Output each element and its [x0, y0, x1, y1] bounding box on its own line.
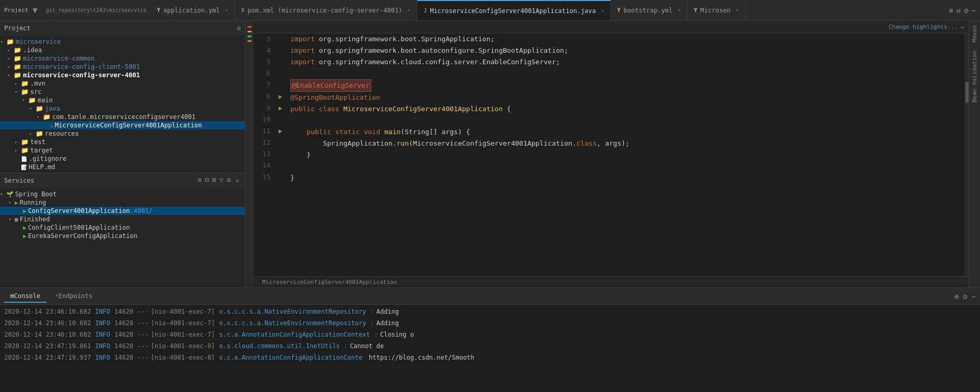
code-line-10[interactable]	[290, 115, 964, 126]
tab-label-bootstrap-yml: bootstrap.yml	[623, 7, 672, 14]
project-label[interactable]: Project	[4, 7, 28, 14]
service-item-config-server-4001[interactable]: ▶ConfigServer4001Application:4001/	[0, 207, 245, 215]
log-class-0[interactable]: o.s.c.c.s.a.NativeEnvironmentRepository	[219, 306, 367, 317]
run-gutter-icon-11[interactable]: ▶	[278, 125, 282, 137]
sidebar-item-gitignore[interactable]: 📄.gitignore	[0, 155, 245, 163]
log-level-1: INFO	[95, 318, 110, 328]
sidebar-item-microservice-config-server-4001[interactable]: ▾📁microservice-config-server-4001	[0, 71, 245, 79]
service-item-config-client-5001[interactable]: ▶ConfigClient5001Application	[0, 223, 245, 232]
sidebar-item-MainClass[interactable]: ☕MicroserviceConfigServer4001Application	[0, 121, 245, 129]
change-highlights-link[interactable]: Change highlights...	[889, 23, 958, 30]
gutter-8[interactable]: ▶	[275, 91, 286, 102]
services-settings-icon[interactable]: ⚙	[227, 176, 231, 185]
sidebar-item-idea[interactable]: ▸📁.idea	[0, 46, 245, 54]
arrow-com-tanle: ▾	[37, 114, 43, 120]
console-globe-icon[interactable]: ⊕	[954, 292, 959, 301]
log-pid-4: 14628	[114, 352, 133, 363]
sidebar-item-src[interactable]: ▾📁src	[0, 88, 245, 96]
sidebar-item-test[interactable]: ▸📁test	[0, 138, 245, 146]
token-kw: void	[364, 126, 384, 138]
sidebar-item-com-tanle[interactable]: ▾📁com.tanle.microserviceconfigserver4001	[0, 113, 245, 121]
gutter-9[interactable]: ▶	[275, 102, 286, 114]
code-line-8[interactable]: @SpringBootApplication	[290, 92, 964, 103]
globe-icon[interactable]: ⊕	[949, 6, 953, 15]
code-line-3[interactable]: import org.springframework.boot.SpringAp…	[290, 33, 964, 45]
sidebar-item-microservice-config-client-5001[interactable]: ▸📁microservice-config-client-5001	[0, 63, 245, 71]
label-MainClass: MicroserviceConfigServer4001Application	[55, 122, 202, 129]
log-class-3[interactable]: o.s.cloud.commons.util.InetUtils	[219, 341, 340, 351]
code-line-11[interactable]: public static void main(String[] args) {	[290, 126, 964, 138]
editor-content[interactable]: 3456789101112131415 ▶▶▶ import org.sprin…	[254, 33, 969, 276]
folder-icon-src: 📁	[21, 88, 29, 96]
console-tab-console[interactable]: ▤ Console	[4, 290, 46, 303]
folder-icon-java: 📁	[36, 105, 43, 112]
settings-icon[interactable]: ⚙	[964, 6, 968, 15]
sidebar-item-main[interactable]: ▾📁main	[0, 96, 245, 104]
tab-close-main-java[interactable]: ×	[601, 8, 604, 14]
sidebar-settings-icon[interactable]: ⚙	[237, 25, 241, 32]
folder-icon-com-tanle: 📁	[43, 113, 51, 121]
code-line-9[interactable]: public class MicroserviceConfigServer400…	[290, 103, 964, 115]
project-dropdown[interactable]: ▼	[32, 5, 38, 15]
gutter-11[interactable]: ▶	[275, 125, 286, 137]
scroll-indicator[interactable]	[964, 33, 969, 276]
sidebar-item-java[interactable]: ▾📁java	[0, 104, 245, 113]
sidebar-item-HELP[interactable]: 📝HELP.md	[0, 163, 245, 171]
service-item-spring-boot[interactable]: ▾🌱Spring Boot	[0, 190, 245, 198]
code-line-5[interactable]: import org.springframework.cloud.config.…	[290, 56, 964, 68]
run-gutter-icon-9[interactable]: ▶	[278, 102, 282, 114]
log-class-1[interactable]: o.s.c.c.s.a.NativeEnvironmentRepository	[219, 318, 367, 328]
log-class-4[interactable]: s.c.a.AnnotationConfigApplicationConte	[219, 352, 363, 363]
console-tab-endpoints[interactable]: ⚡ Endpoints	[49, 290, 99, 303]
scroll-thumb[interactable]	[965, 82, 969, 103]
filter-icon[interactable]: ▽	[219, 176, 223, 185]
service-item-finished[interactable]: ▾■Finished	[0, 215, 245, 223]
dot-green	[247, 35, 252, 37]
tab-close-pom-xml[interactable]: ×	[407, 7, 410, 13]
sidebar-item-mvn[interactable]: ▸📁.mvn	[0, 79, 245, 88]
bean-validation-icon[interactable]: Bean Validation	[970, 49, 979, 104]
tab-bootstrap-yml[interactable]: Ybootstrap.yml×	[611, 0, 688, 20]
change-highlights-icon[interactable]: ✏	[961, 23, 964, 30]
port-link-config-server-4001[interactable]: :4001/	[130, 207, 152, 215]
code-line-13[interactable]: }	[290, 149, 964, 161]
tab-close-application-yml[interactable]: ×	[225, 7, 228, 13]
list-icon[interactable]: ≡	[198, 176, 202, 185]
code-line-4[interactable]: import org.springframework.boot.autoconf…	[290, 45, 964, 56]
tab-microsen[interactable]: YMicrosen×	[688, 0, 746, 20]
run-gutter-icon-8[interactable]: ▶	[278, 91, 282, 102]
tab-main-java[interactable]: JMicroserviceConfigServer4001Application…	[417, 0, 611, 20]
editor-bottom-label: MicroserviceConfigServer4001Application	[254, 276, 969, 288]
finished-icon: ■	[15, 216, 18, 223]
tab-label-pom-xml: pom.xml (microservice-config-server-4001…	[247, 7, 402, 14]
tab-application-yml[interactable]: Yapplication.yml×	[151, 0, 235, 20]
group-icon[interactable]: ⊞	[212, 176, 217, 185]
code-line-6[interactable]	[290, 68, 964, 79]
add-icon[interactable]: ＋	[234, 176, 241, 185]
code-line-15[interactable]: }	[290, 172, 964, 184]
code-line-7[interactable]: @EnableConfigServer	[290, 79, 964, 92]
split-icon[interactable]: ⇄	[957, 6, 961, 15]
console-minimize-icon[interactable]: −	[972, 292, 976, 301]
sidebar-item-target[interactable]: ▸📁target	[0, 146, 245, 155]
code-lines[interactable]: import org.springframework.boot.SpringAp…	[286, 33, 969, 276]
log-class-2[interactable]: s.c.a.AnnotationConfigApplicationContext	[219, 329, 370, 340]
code-line-14[interactable]	[290, 161, 964, 172]
label-microservice-common: microservice-common	[23, 55, 95, 62]
sidebar-item-resources[interactable]: ▸📁resources	[0, 129, 245, 138]
console-settings-icon[interactable]: ⚙	[963, 292, 967, 301]
token-plain: SpringApplication.	[290, 138, 397, 149]
collapse-icon[interactable]: ⊟	[205, 176, 209, 185]
minimize-icon[interactable]: −	[972, 6, 976, 15]
endpoints-icon: ⚡	[55, 292, 58, 299]
service-item-eureka-server[interactable]: ▶EurekaServerConfigApplication	[0, 232, 245, 240]
tab-close-microsen[interactable]: ×	[736, 7, 739, 13]
log-line-4: 2020-12-14 23:47:19.937 INFO 14628 --- […	[0, 352, 980, 363]
tab-pom-xml[interactable]: Xpom.xml (microservice-config-server-400…	[235, 0, 417, 20]
sidebar-item-microservice-common[interactable]: ▸📁microservice-common	[0, 54, 245, 63]
tab-close-bootstrap-yml[interactable]: ×	[678, 7, 681, 13]
code-line-12[interactable]: SpringApplication.run(MicroserviceConfig…	[290, 138, 964, 149]
service-item-running[interactable]: ▾▶Running	[0, 198, 245, 207]
sidebar-item-microservice[interactable]: ▾📁microservice	[0, 38, 245, 46]
maven-icon[interactable]: Maven	[970, 23, 979, 44]
